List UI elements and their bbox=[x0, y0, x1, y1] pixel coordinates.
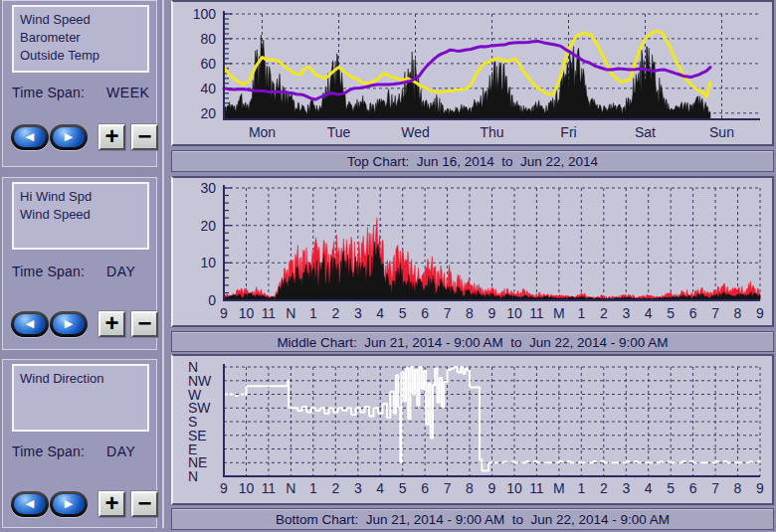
svg-text:20: 20 bbox=[200, 105, 216, 121]
svg-text:10: 10 bbox=[239, 305, 255, 321]
svg-text:3: 3 bbox=[622, 480, 630, 496]
middle-caption-text: Middle Chart: Jun 21, 2014 - 9:00 AM to … bbox=[277, 332, 668, 350]
svg-text:4: 4 bbox=[645, 480, 653, 496]
svg-text:6: 6 bbox=[421, 480, 429, 496]
svg-text:7: 7 bbox=[711, 480, 719, 496]
svg-text:9: 9 bbox=[220, 480, 228, 496]
middle-prev-button[interactable]: ◀ bbox=[11, 311, 49, 337]
svg-text:3: 3 bbox=[354, 480, 362, 496]
svg-text:1: 1 bbox=[577, 305, 585, 321]
svg-text:7: 7 bbox=[444, 480, 452, 496]
svg-text:20: 20 bbox=[200, 218, 216, 234]
svg-text:N: N bbox=[286, 305, 295, 321]
svg-text:M: M bbox=[553, 480, 565, 496]
svg-text:10: 10 bbox=[239, 480, 255, 496]
svg-text:N: N bbox=[286, 480, 295, 496]
bottom-zoom-out-button[interactable]: − bbox=[131, 491, 158, 517]
svg-text:10: 10 bbox=[200, 255, 216, 270]
svg-text:Thu: Thu bbox=[480, 124, 503, 140]
top-prev-button[interactable]: ◀ bbox=[11, 124, 49, 150]
bottom-time-span: Time Span:DAY bbox=[12, 443, 156, 459]
svg-text:9: 9 bbox=[756, 480, 764, 496]
svg-text:2: 2 bbox=[331, 480, 339, 496]
svg-text:9: 9 bbox=[756, 305, 764, 321]
svg-text:Tue: Tue bbox=[327, 124, 351, 140]
bottom-prev-button[interactable]: ◀ bbox=[11, 491, 49, 517]
svg-text:7: 7 bbox=[711, 305, 719, 321]
top-chart-caption: Top Chart: Jun 16, 2014 to Jun 22, 2014 bbox=[171, 150, 774, 172]
next-oval: ▶ bbox=[53, 127, 85, 147]
svg-text:11: 11 bbox=[262, 305, 277, 321]
svg-text:30: 30 bbox=[200, 180, 216, 196]
svg-text:4: 4 bbox=[376, 480, 384, 496]
svg-text:8: 8 bbox=[734, 305, 742, 321]
svg-text:4: 4 bbox=[645, 305, 653, 321]
prev-oval: ◀ bbox=[14, 127, 46, 147]
svg-text:9: 9 bbox=[488, 480, 496, 496]
svg-text:3: 3 bbox=[354, 305, 362, 321]
bottom-chart: NNWWSWSSEENEN91011N1234567891011M1234567… bbox=[171, 354, 774, 505]
plus-icon: + bbox=[104, 309, 118, 336]
svg-text:5: 5 bbox=[399, 480, 407, 496]
svg-text:5: 5 bbox=[399, 305, 407, 321]
legend-item-barometer: Barometer bbox=[20, 29, 147, 47]
bottom-chart-caption: Bottom Chart: Jun 21, 2014 - 9:00 AM to … bbox=[171, 508, 774, 530]
legend-item-wind-speed: Wind Speed bbox=[20, 11, 147, 29]
legend-item-wind-direction: Wind Direction bbox=[20, 370, 147, 388]
svg-text:1: 1 bbox=[309, 305, 317, 321]
time-span-label: Time Span: bbox=[12, 443, 85, 459]
svg-text:80: 80 bbox=[200, 31, 216, 47]
svg-text:9: 9 bbox=[220, 305, 228, 321]
svg-text:Sun: Sun bbox=[709, 124, 734, 140]
svg-text:N: N bbox=[188, 468, 198, 484]
legend-item-outside-temp: Outside Temp bbox=[20, 47, 147, 65]
next-oval: ▶ bbox=[53, 494, 85, 514]
middle-chart-controls-panel: Hi Wind Spd Wind Speed Time Span:DAY ◀ ▶… bbox=[2, 177, 157, 350]
plus-icon: + bbox=[104, 122, 118, 149]
bottom-caption-text: Bottom Chart: Jun 21, 2014 - 9:00 AM to … bbox=[276, 509, 670, 527]
top-chart-legend[interactable]: Wind Speed Barometer Outside Temp bbox=[12, 5, 149, 73]
svg-text:Fri: Fri bbox=[560, 124, 576, 140]
top-next-button[interactable]: ▶ bbox=[50, 124, 88, 150]
svg-text:8: 8 bbox=[466, 305, 474, 321]
middle-zoom-out-button[interactable]: − bbox=[131, 311, 158, 337]
legend-item-wind-speed: Wind Speed bbox=[20, 206, 147, 224]
top-time-span: Time Span:WEEK bbox=[12, 85, 156, 100]
svg-text:4: 4 bbox=[376, 305, 384, 321]
svg-text:0: 0 bbox=[208, 292, 216, 308]
legend-item-hi-wind-spd: Hi Wind Spd bbox=[20, 188, 147, 206]
bottom-zoom-in-button[interactable]: + bbox=[98, 491, 125, 517]
left-arrow-icon: ◀ bbox=[14, 494, 46, 514]
middle-zoom-in-button[interactable]: + bbox=[98, 311, 125, 337]
svg-text:11: 11 bbox=[529, 305, 544, 321]
bottom-next-button[interactable]: ▶ bbox=[50, 491, 88, 517]
right-arrow-icon: ▶ bbox=[53, 314, 85, 334]
bottom-chart-legend[interactable]: Wind Direction bbox=[12, 364, 149, 432]
top-zoom-in-button[interactable]: + bbox=[98, 124, 125, 150]
top-caption-text: Top Chart: Jun 16, 2014 to Jun 22, 2014 bbox=[347, 151, 598, 169]
svg-text:M: M bbox=[553, 305, 565, 321]
time-span-label: Time Span: bbox=[12, 85, 85, 100]
next-oval: ▶ bbox=[53, 314, 85, 334]
bottom-button-row: ◀ ▶ + − bbox=[11, 491, 158, 519]
minus-icon: − bbox=[137, 489, 151, 516]
left-arrow-icon: ◀ bbox=[14, 127, 46, 147]
weather-charts-window: Wind Speed Barometer Outside Temp Time S… bbox=[0, 0, 776, 532]
svg-text:60: 60 bbox=[200, 56, 216, 72]
middle-chart-legend[interactable]: Hi Wind Spd Wind Speed bbox=[12, 182, 149, 250]
svg-text:1: 1 bbox=[577, 480, 585, 496]
top-zoom-out-button[interactable]: − bbox=[131, 124, 158, 150]
svg-text:8: 8 bbox=[734, 480, 742, 496]
svg-text:100: 100 bbox=[193, 6, 217, 22]
middle-time-span: Time Span:DAY bbox=[12, 264, 156, 279]
time-span-label: Time Span: bbox=[12, 264, 85, 279]
time-span-value: WEEK bbox=[106, 85, 149, 100]
svg-text:8: 8 bbox=[466, 480, 474, 496]
svg-text:Wed: Wed bbox=[401, 124, 430, 140]
svg-text:Mon: Mon bbox=[249, 124, 276, 140]
middle-next-button[interactable]: ▶ bbox=[50, 311, 88, 337]
bottom-chart-controls-panel: Wind Direction Time Span:DAY ◀ ▶ + − bbox=[2, 359, 157, 528]
svg-text:Sat: Sat bbox=[635, 124, 656, 140]
left-arrow-icon: ◀ bbox=[14, 314, 46, 334]
prev-oval: ◀ bbox=[14, 314, 46, 334]
